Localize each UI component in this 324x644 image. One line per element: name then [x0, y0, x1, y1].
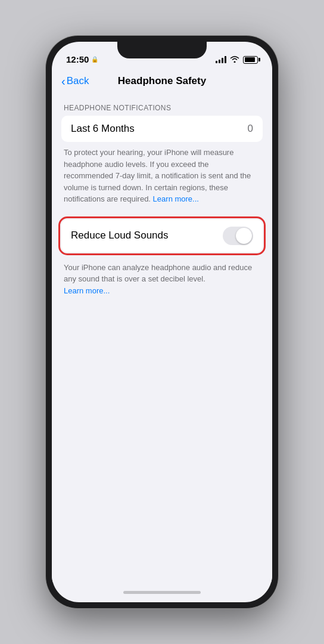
reduce-description-text: Your iPhone can analyze headphone audio …: [64, 263, 252, 284]
headphone-notifications-card: Last 6 Months 0: [61, 116, 263, 142]
period-value: 0: [248, 123, 253, 135]
time-display: 12:50: [66, 54, 89, 64]
content-area: HEADPHONE NOTIFICATIONS Last 6 Months 0 …: [52, 94, 272, 582]
reduce-learn-more-link[interactable]: Learn more...: [64, 286, 110, 295]
lock-icon: 🔒: [91, 56, 98, 63]
phone-screen: 12:50 🔒: [52, 42, 272, 602]
reduce-loud-sounds-description: Your iPhone can analyze headphone audio …: [52, 257, 272, 306]
back-chevron-icon: ‹: [61, 75, 66, 87]
status-time: 12:50 🔒: [66, 54, 98, 64]
back-label: Back: [67, 75, 89, 87]
period-label: Last 6 Months: [71, 123, 135, 135]
headphone-description: To protect your hearing, your iPhone wil…: [52, 142, 272, 215]
headphone-learn-more-link[interactable]: Learn more...: [153, 194, 199, 203]
signal-icon: [216, 56, 226, 63]
home-indicator: [52, 582, 272, 602]
battery-fill: [245, 57, 255, 62]
battery-icon: [243, 56, 258, 64]
headphone-notifications-section-label: HEADPHONE NOTIFICATIONS: [52, 94, 272, 116]
toggle-knob: [236, 228, 252, 244]
period-row[interactable]: Last 6 Months 0: [61, 116, 263, 142]
reduce-loud-sounds-row[interactable]: Reduce Loud Sounds: [61, 219, 263, 252]
reduce-loud-sounds-card: Reduce Loud Sounds: [61, 219, 263, 252]
home-bar: [123, 591, 201, 594]
reduce-loud-sounds-toggle[interactable]: [223, 227, 253, 245]
wifi-icon: [230, 55, 239, 64]
reduce-loud-sounds-label: Reduce Loud Sounds: [71, 230, 169, 242]
status-icons: [216, 55, 258, 64]
back-button[interactable]: ‹ Back: [57, 70, 94, 92]
page-title: Headphone Safety: [118, 75, 206, 87]
notch: [117, 42, 207, 58]
phone-frame: 12:50 🔒: [46, 36, 278, 608]
nav-bar: ‹ Back Headphone Safety: [52, 68, 272, 94]
